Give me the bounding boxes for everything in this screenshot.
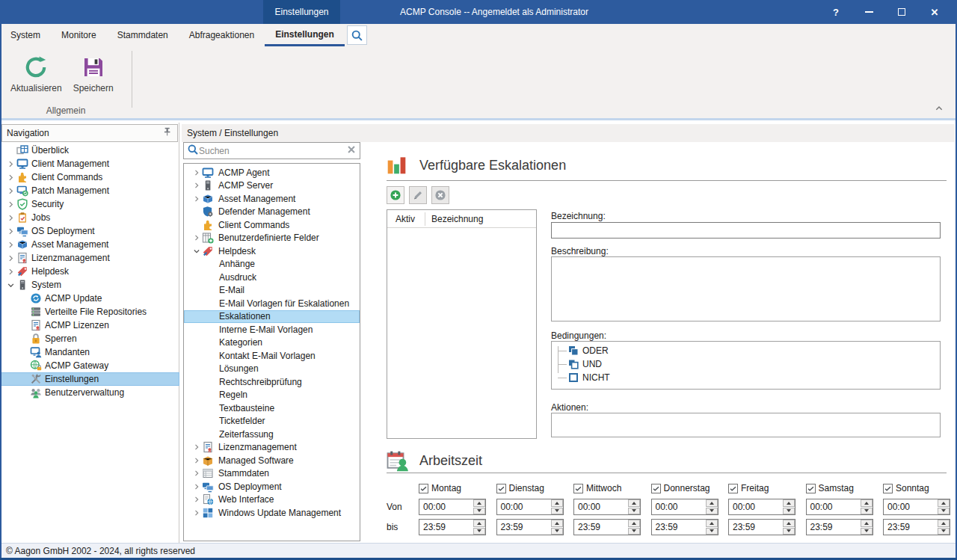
spin-down-button[interactable] [861,528,873,535]
nav-item-acmp-update[interactable]: ACMP Update [0,292,179,305]
von-time-mittwoch[interactable]: 00:00 [573,499,641,515]
spin-up-button[interactable] [783,520,795,527]
time-value[interactable]: 00:00 [574,499,627,514]
ribbon-collapse-button[interactable] [932,103,947,114]
expand-chevron[interactable] [191,443,202,452]
nav-item-system[interactable]: System [0,278,179,292]
expand-chevron[interactable] [191,482,202,491]
spin-down-button[interactable] [628,508,640,515]
help-button[interactable]: ? [819,0,852,24]
time-value[interactable]: 23:59 [884,520,937,535]
beschreibung-textarea[interactable] [551,256,941,321]
day-checkbox-samstag[interactable]: Samstag [806,483,884,493]
settings-item-regeln[interactable]: Regeln [184,389,360,402]
time-value[interactable]: 00:00 [419,499,473,514]
spin-up-button[interactable] [628,499,640,507]
maximize-button[interactable] [885,0,918,24]
aktionen-box[interactable] [551,413,941,437]
time-value[interactable]: 23:59 [497,520,550,535]
ribbon-tab-abfrageaktionen[interactable]: Abfrageaktionen [179,24,265,46]
spin-up-button[interactable] [628,520,640,527]
spin-up-button[interactable] [706,499,718,507]
edit-button[interactable] [409,186,427,204]
clear-icon[interactable] [346,144,357,158]
column-header-aktiv[interactable]: Aktiv [387,214,425,224]
settings-item-acmp-agent[interactable]: ACMP Agent [184,166,360,179]
time-value[interactable]: 23:59 [729,520,782,535]
spin-down-button[interactable] [783,508,795,515]
time-value[interactable]: 23:59 [574,520,627,535]
expand-chevron[interactable] [4,227,16,236]
nav-item-patch-management[interactable]: Patch Management [0,184,179,197]
expand-chevron[interactable] [191,168,202,177]
time-value[interactable]: 00:00 [884,499,937,514]
condition-und[interactable]: UND [551,357,941,371]
add-button[interactable] [387,186,404,204]
aktualisieren-button[interactable]: Aktualisieren [7,51,65,95]
settings-item-benutzerdefinierte-felder[interactable]: Benutzerdefinierte Felder [184,232,360,245]
expand-chevron[interactable] [4,186,16,196]
bis-time-montag[interactable]: 23:59 [419,519,486,535]
day-checkbox-dienstag[interactable]: Dienstag [496,483,574,493]
search-input[interactable] [199,146,346,156]
nav-item-lizenzmanagement[interactable]: Lizenzmanagement [0,251,179,265]
condition-oder[interactable]: ODER [551,344,941,357]
day-checkbox-donnerstag[interactable]: Donnerstag [651,483,729,493]
column-header-bezeichnung[interactable]: Bezeichnung [425,214,483,224]
titlebar-active-tab[interactable]: Einstellungen [263,0,340,24]
expand-chevron[interactable] [191,456,202,465]
minimize-button[interactable] [852,0,885,24]
settings-item-interne-e-mail-vorlagen[interactable]: Interne E-Mail Vorlagen [184,323,360,336]
spin-down-button[interactable] [551,528,563,535]
expand-chevron[interactable] [4,213,16,223]
nav-item-asset-management[interactable]: Asset Management [0,238,179,251]
spin-up-button[interactable] [473,520,485,527]
nav-item-client-commands[interactable]: Client Commands [0,170,179,184]
escalations-list[interactable]: Aktiv Bezeichnung [387,209,537,439]
expand-chevron[interactable] [191,508,202,517]
bis-time-freitag[interactable]: 23:59 [728,519,796,535]
day-checkbox-montag[interactable]: Montag [419,483,496,493]
settings-item-windows-update-management[interactable]: Windows Update Management [184,506,360,520]
time-value[interactable]: 00:00 [729,499,782,514]
settings-item-eskalationen[interactable]: Eskalationen [184,310,360,324]
settings-item-kontakt-e-mail-vorlagen[interactable]: Kontakt E-Mail Vorlagen [184,349,360,363]
day-checkbox-sonntag[interactable]: Sonntag [883,483,957,493]
spin-down-button[interactable] [783,528,795,535]
settings-item-l-sungen[interactable]: Lösungen [184,363,360,376]
expand-chevron[interactable] [4,267,16,277]
bis-time-donnerstag[interactable]: 23:59 [651,519,718,535]
settings-item-web-interface[interactable]: Web Interface [184,493,360,507]
settings-item-stammdaten[interactable]: Stammdaten [184,467,360,481]
expand-chevron[interactable] [191,194,202,203]
spin-down-button[interactable] [861,508,873,515]
settings-item-managed-software[interactable]: Managed Software [184,454,360,467]
nav-item-security[interactable]: Security [0,197,179,211]
settings-item-ticketfelder[interactable]: Ticketfelder [184,415,360,428]
ribbon-tab-einstellungen[interactable]: Einstellungen [265,24,345,46]
bis-time-sonntag[interactable]: 23:59 [883,519,950,535]
time-value[interactable]: 23:59 [419,520,473,535]
expand-chevron[interactable] [4,280,16,290]
settings-item-e-mail[interactable]: E-Mail [184,284,360,298]
condition-nicht[interactable]: NICHT [551,371,941,384]
spin-up-button[interactable] [473,499,485,507]
settings-item-rechtschreibpr-fung[interactable]: Rechtschreibprüfung [184,375,360,389]
nav-item-mandanten[interactable]: Mandanten [0,345,179,359]
time-value[interactable]: 00:00 [497,499,550,514]
nav-item-acmp-lizenzen[interactable]: ACMP Lizenzen [0,319,179,332]
spin-up-button[interactable] [551,499,563,507]
spin-up-button[interactable] [938,499,950,507]
von-time-donnerstag[interactable]: 00:00 [651,499,718,515]
settings-item-anh-nge[interactable]: Anhänge [184,258,360,271]
bezeichnung-input[interactable] [551,222,941,239]
pin-icon[interactable] [161,126,173,140]
delete-button[interactable] [431,186,449,204]
ribbon-tab-stammdaten[interactable]: Stammdaten [107,24,179,46]
settings-item-helpdesk[interactable]: Helpdesk [184,244,360,258]
close-button[interactable]: ✕ [918,0,951,24]
expand-chevron[interactable] [4,200,16,209]
settings-item-os-deployment[interactable]: OS Deployment [184,480,360,493]
ribbon-search-button[interactable] [347,25,367,45]
time-value[interactable]: 00:00 [652,499,705,514]
